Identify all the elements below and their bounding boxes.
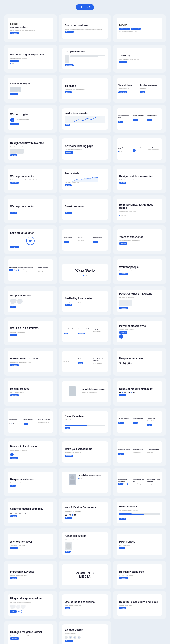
cta-button[interactable]: Explore: [10, 515, 17, 518]
cta-button[interactable]: Register: [65, 517, 72, 519]
cta-button[interactable]: Learn more: [65, 64, 74, 66]
cta-button[interactable]: View: [65, 607, 70, 610]
sub-btn-1[interactable]: Explore: [118, 422, 124, 424]
card-title: A whole new level: [10, 540, 51, 543]
stat-label-3: happy: [128, 364, 131, 366]
card-title: Focus on what's important: [119, 292, 160, 295]
card-58: Biggest design magazines The definitive …: [4, 591, 57, 619]
cta-button[interactable]: Get started: [10, 364, 19, 366]
card-3: LOGO Start your business We create digit…: [113, 14, 166, 42]
sub-btn-1b[interactable]: More: [123, 483, 128, 485]
cta-button-2[interactable]: Start: [140, 91, 145, 94]
sub-btn-1b[interactable]: Learn: [14, 269, 19, 271]
card-title: Changes the game forever: [10, 630, 51, 634]
sub-title-2: Design process: [78, 358, 92, 360]
sub-btn-1[interactable]: View: [118, 121, 123, 123]
cta-button[interactable]: Learn more: [119, 307, 128, 309]
card-text: Design process refined: [10, 482, 51, 484]
btn-secondary[interactable]: More: [16, 610, 22, 613]
sub-btn-1a[interactable]: Read: [118, 483, 122, 485]
card-18: Design workflow reinvented Tools that em…: [113, 165, 166, 193]
card-52: A whole new level Performance meets desi…: [4, 528, 57, 559]
cta-button[interactable]: Explore: [65, 91, 72, 93]
sub-btn-2[interactable]: Get started: [78, 332, 85, 334]
cta-button[interactable]: Learn more: [65, 31, 74, 33]
sub-btn-1[interactable]: View: [64, 332, 68, 334]
cta-button[interactable]: Get started: [10, 32, 19, 34]
sub-btn-2[interactable]: Start: [24, 423, 29, 425]
stat-number-3: 98%: [128, 362, 131, 364]
cta-button[interactable]: View work: [10, 93, 18, 95]
cta-button[interactable]: See more: [10, 457, 18, 459]
sub-title-1: Awesome landing page: [118, 115, 132, 118]
sub-btn-2[interactable]: Learn: [133, 119, 138, 121]
card-text: Keynotes, workshops, networking: [119, 510, 160, 511]
timer: 10:45:30: [65, 514, 105, 516]
card-2: Start your business We help companies bu…: [59, 14, 111, 42]
chart-svg: [65, 116, 105, 123]
card-title: Fuelled by true passion: [65, 297, 105, 300]
cta-button[interactable]: View work: [65, 640, 73, 642]
btn-primary[interactable]: Read: [10, 610, 16, 613]
cta-button[interactable]: Start project: [10, 246, 19, 248]
btn-secondary[interactable]: Learn: [16, 306, 22, 308]
card-title: Develop digital strategies: [65, 112, 105, 115]
cta-button[interactable]: Try free: [10, 154, 17, 156]
cta-button[interactable]: Explore: [119, 394, 126, 396]
btn-primary[interactable]: Start: [10, 306, 16, 308]
btn2[interactable]: We create digital: [131, 28, 141, 30]
cta-button[interactable]: Learn more: [119, 273, 128, 275]
sub-btn[interactable]: Explore: [64, 241, 70, 243]
cta-button[interactable]: Discover: [10, 547, 18, 549]
cta-button[interactable]: Learn more: [10, 638, 19, 640]
sub-btn-1[interactable]: Explore: [118, 453, 124, 455]
card-title: Power of classic style: [10, 445, 51, 448]
btn1[interactable]: Start your business: [119, 28, 130, 30]
cta-button[interactable]: Learn more: [118, 91, 127, 94]
card-46: Unique experiences Design process refine…: [4, 468, 57, 496]
cta-button[interactable]: Start: [65, 124, 70, 126]
cta-button[interactable]: Learn more: [10, 182, 19, 184]
cta-button[interactable]: Explore: [10, 334, 17, 336]
sub-btn-2[interactable]: Learn: [133, 422, 138, 424]
cta-button[interactable]: Explore: [119, 607, 126, 610]
cta-button[interactable]: Learn more: [10, 394, 19, 396]
sub-title-3: Work for people: [93, 237, 107, 238]
cta-button[interactable]: Learn: [65, 550, 71, 553]
cta-button[interactable]: Try now: [119, 182, 126, 184]
cta-button[interactable]: Learn more: [10, 123, 19, 125]
cta-button[interactable]: Start now: [119, 61, 127, 63]
sub-title-2: Prefer to study: [24, 419, 38, 420]
sub-btn-3[interactable]: See: [147, 119, 151, 121]
sub-btn-3[interactable]: View: [147, 424, 152, 426]
card-41: Event Schedule Full agenda available now…: [59, 408, 111, 436]
cta-button[interactable]: Learn more: [119, 577, 128, 579]
card-57: Hi-quality standards Uncompromising exce…: [113, 561, 166, 589]
cta-button[interactable]: View more: [119, 332, 127, 334]
cta-button[interactable]: View: [119, 547, 124, 549]
sub-btn-3[interactable]: Learn: [93, 241, 98, 243]
cta-button[interactable]: Explore: [10, 577, 17, 579]
card-40: Web & Design Conference 10:45 Prefer to …: [4, 408, 57, 436]
card-text: Award-winning creative work: [65, 605, 105, 606]
card-49: Sense of modern simplicity 00: 12: 45: 2…: [4, 498, 57, 526]
card-title: I'm a digital css developer: [82, 388, 105, 391]
cta-button[interactable]: View: [10, 485, 16, 487]
sub-btn-2[interactable]: Learn: [78, 362, 83, 364]
cta-button[interactable]: Get started: [65, 152, 73, 154]
card-8: Think big Elevate your brand presence to…: [59, 75, 111, 103]
sub-btn-1a[interactable]: Start: [9, 269, 13, 271]
cta-button[interactable]: Explore: [65, 184, 72, 186]
cta-button[interactable]: See more: [65, 212, 73, 214]
cta-button[interactable]: Our work: [65, 304, 72, 306]
cta-button[interactable]: View all: [119, 518, 126, 520]
card-text: Experiences that matter: [16, 119, 29, 120]
cta-button[interactable]: Get started: [65, 454, 73, 457]
cta-button[interactable]: Our story: [119, 242, 127, 244]
card-title: Start your business: [10, 26, 51, 29]
cta-button[interactable]: Get started: [10, 60, 19, 62]
card-title: Make yourself at home: [65, 448, 105, 450]
cta-button[interactable]: View: [65, 427, 70, 429]
card-title: Create better designs: [10, 82, 51, 85]
cta-button[interactable]: Contact: [10, 212, 17, 214]
